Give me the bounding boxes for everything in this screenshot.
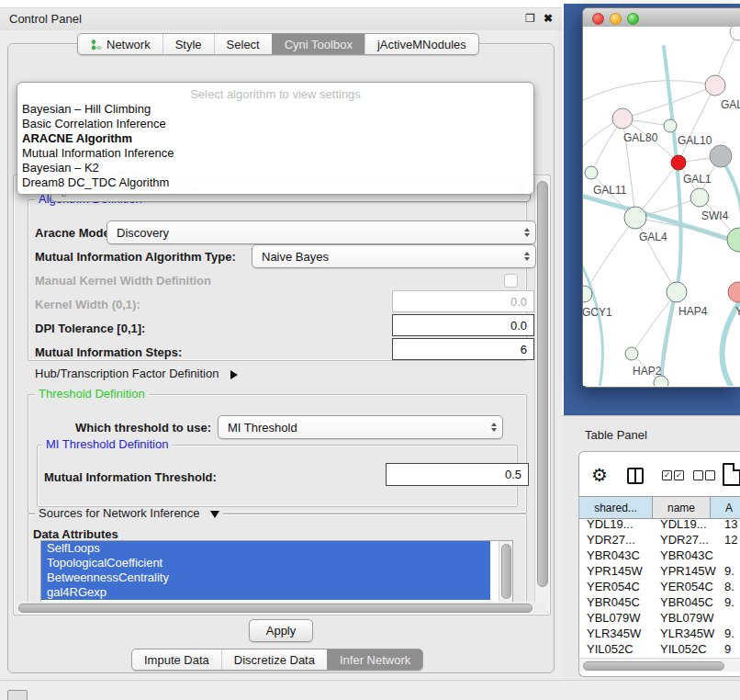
- select-all-checks-icon[interactable]: ✓: [674, 470, 684, 480]
- panel-corner-icon[interactable]: [7, 690, 28, 700]
- screenshot-root: Control Panel ❐ ✖ NetworkStyleSelectCyni…: [0, 0, 740, 700]
- tab-select[interactable]: Select: [214, 34, 272, 54]
- mi-algorithm-type-combo[interactable]: Naive Bayes: [252, 244, 536, 268]
- network-edge: [661, 292, 677, 383]
- deselect-all-checks-icon[interactable]: [693, 470, 703, 480]
- network-window-titlebar[interactable]: [583, 8, 740, 28]
- document-icon[interactable]: [723, 463, 740, 486]
- kernel-width-field: 0.0: [392, 290, 534, 312]
- network-edge: [662, 47, 681, 386]
- stepper-arrows-icon: [486, 423, 497, 432]
- mi-algorithm-type-label: Mutual Information Algorithm Type:: [35, 250, 236, 264]
- which-threshold-label: Which threshold to use:: [75, 421, 211, 435]
- algorithm-dropdown-options: Bayesian – Hill ClimbingBasic Correlatio…: [21, 102, 530, 190]
- network-node-gal4[interactable]: [624, 207, 646, 229]
- tab-infer-network[interactable]: Infer Network: [327, 649, 422, 670]
- attribute-item-betweennesscentrality[interactable]: BetweennessCentrality: [41, 570, 490, 585]
- table-row-ydr27[interactable]: YDR27...YDR27...12: [579, 533, 740, 548]
- close-panel-icon[interactable]: ✖: [544, 12, 553, 25]
- network-node[interactable]: [730, 27, 740, 40]
- tab-network[interactable]: Network: [78, 34, 163, 54]
- algorithm-option-basic-correlation-inference[interactable]: Basic Correlation Inference: [21, 117, 530, 131]
- table-row-ydl19[interactable]: YDL19...YDL19...13: [579, 517, 740, 533]
- tab-impute-data[interactable]: Impute Data: [132, 649, 221, 670]
- algorithm-option-dream8-dc-tdc-algorithm[interactable]: Dream8 DC_TDC Algorithm: [21, 175, 530, 190]
- table-body: YDL19...YDL19...13YDR27...YDR27...12YBR0…: [579, 517, 740, 655]
- network-node-gal80[interactable]: [612, 108, 633, 129]
- tab-style[interactable]: Style: [163, 34, 214, 54]
- settings-vertical-scrollbar[interactable]: [534, 177, 549, 611]
- network-node-gal1[interactable]: [690, 188, 709, 207]
- minimize-window-icon[interactable]: [610, 13, 622, 25]
- network-node-swi4[interactable]: [727, 228, 740, 252]
- mi-steps-field[interactable]: 6: [392, 338, 534, 360]
- network-edge: [584, 218, 635, 294]
- table-row-ybl079w[interactable]: YBL079WYBL079W: [579, 611, 740, 627]
- select-all-checks-icon[interactable]: ✓: [662, 470, 672, 480]
- tab-jactivemnodules[interactable]: jActiveMNodules: [364, 34, 478, 54]
- control-panel: Control Panel ❐ ✖ NetworkStyleSelectCyni…: [0, 0, 562, 680]
- tab-discretize-data[interactable]: Discretize Data: [221, 649, 327, 670]
- float-panel-icon[interactable]: ❐: [525, 12, 535, 25]
- algorithm-option-bayesian-k2[interactable]: Bayesian – K2: [21, 161, 530, 175]
- network-node-y[interactable]: [728, 282, 740, 302]
- sources-toggle[interactable]: Sources for Network Inference: [35, 507, 223, 520]
- attribute-item-topologicalcoefficient[interactable]: TopologicalCoefficient: [41, 556, 490, 570]
- dpi-tolerance-field[interactable]: 0.0: [392, 314, 534, 336]
- deselect-all-checks-icon[interactable]: [705, 470, 715, 480]
- table-row-ybr045c[interactable]: YBR045CYBR045C9.: [579, 595, 740, 611]
- network-edge: [678, 85, 715, 163]
- table-row-yil052c[interactable]: YIL052CYIL052C9: [579, 642, 740, 655]
- attribute-item-selfloops[interactable]: SelfLoops: [41, 541, 490, 556]
- table-row-ylr345w[interactable]: YLR345WYLR345W9.: [579, 627, 740, 642]
- gear-icon[interactable]: ⚙: [591, 466, 608, 484]
- node-label-y: Y: [735, 305, 740, 318]
- node-label-hap4: HAP4: [678, 305, 708, 318]
- which-threshold-combo[interactable]: MI Threshold: [218, 415, 503, 439]
- table-row-ybr043c[interactable]: YBR043CYBR043C: [579, 548, 740, 564]
- network-node[interactable]: [710, 145, 732, 167]
- network-node-gal[interactable]: [705, 75, 725, 96]
- algorithm-dropdown-placeholder: Select algorithm to view settings: [17, 87, 533, 101]
- columns-icon[interactable]: [627, 468, 644, 484]
- attributes-vertical-scrollbar[interactable]: [499, 541, 512, 602]
- network-canvas[interactable]: GALGAL80GAL10GAL1GAL11SWI4GAL4GCY1HAP4YH…: [583, 27, 740, 386]
- node-label-swi4: SWI4: [701, 209, 729, 222]
- stepper-arrows-icon: [519, 252, 530, 261]
- tab-cyni-toolbox[interactable]: Cyni Toolbox: [272, 34, 364, 54]
- algorithm-option-mutual-information-inference[interactable]: Mutual Information Inference: [21, 146, 530, 161]
- manual-kernel-width-checkbox: [504, 274, 518, 288]
- node-label-gal4: GAL4: [639, 231, 667, 243]
- network-node[interactable]: [664, 119, 677, 132]
- network-node-hap4[interactable]: [667, 282, 687, 302]
- column-header-name[interactable]: name: [653, 497, 711, 518]
- stepper-arrows-icon: [519, 228, 530, 237]
- aracne-mode-combo[interactable]: Discovery: [107, 220, 536, 244]
- manual-kernel-width-label: Manual Kernel Width Definition: [35, 274, 211, 288]
- control-panel-title: Control Panel: [9, 12, 82, 26]
- mi-threshold-field[interactable]: 0.5: [386, 463, 529, 486]
- attribute-item-gal4rgexp[interactable]: gal4RGexp: [41, 585, 490, 600]
- mi-steps-label: Mutual Information Steps:: [35, 345, 182, 359]
- algorithm-option-aracne-algorithm[interactable]: ARACNE Algorithm: [21, 131, 530, 146]
- table-row-ypr145w[interactable]: YPR145WYPR145W9.: [579, 564, 740, 580]
- data-attributes-list[interactable]: SelfLoopsTopologicalCoefficientBetweenne…: [40, 540, 513, 603]
- table-horizontal-scrollbar[interactable]: [579, 658, 740, 672]
- column-header-shared-name[interactable]: shared...: [579, 497, 653, 518]
- close-window-icon[interactable]: [592, 13, 604, 25]
- network-node-gal11[interactable]: [585, 166, 598, 179]
- node-label-gal80: GAL80: [623, 131, 658, 144]
- control-panel-tab-bar: NetworkStyleSelectCyni ToolboxjActiveMNo…: [77, 33, 479, 55]
- settings-horizontal-scrollbar[interactable]: [16, 602, 546, 614]
- hub-definition-toggle[interactable]: Hub/Transcription Factor Definition: [35, 367, 238, 380]
- network-node-hap2[interactable]: [625, 347, 638, 360]
- algorithm-option-bayesian-hill-climbing[interactable]: Bayesian – Hill Climbing: [21, 102, 530, 117]
- table-row-yer054c[interactable]: YER054CYER054C8.: [579, 580, 740, 595]
- zoom-window-icon[interactable]: [627, 13, 639, 25]
- cyni-bottom-tab-bar: Impute DataDiscretize DataInfer Network: [131, 649, 423, 671]
- apply-button[interactable]: Apply: [249, 619, 313, 642]
- node-label-gal: GAL: [721, 98, 740, 111]
- column-header-partial[interactable]: A: [711, 497, 740, 518]
- network-node-gal10[interactable]: [671, 155, 686, 170]
- network-window: GALGAL80GAL10GAL1GAL11SWI4GAL4GCY1HAP4YH…: [582, 7, 740, 388]
